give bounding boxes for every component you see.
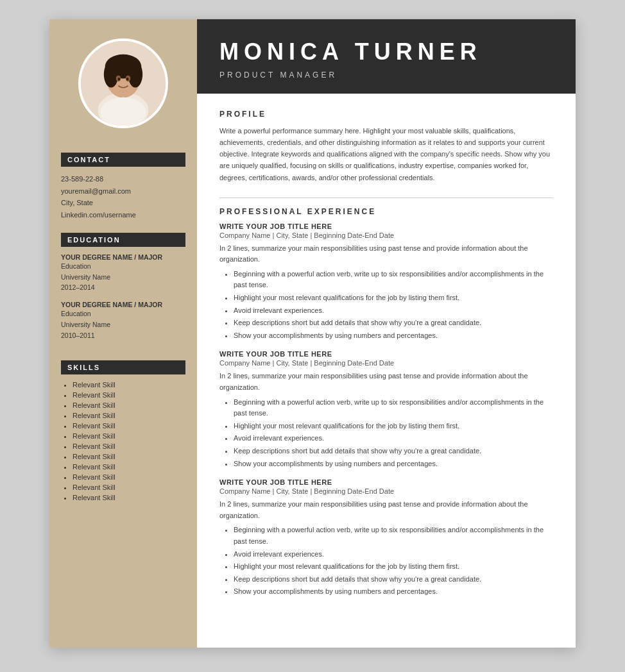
edu-entry-2: YOUR DEGREE NAME / MAJOR Education Unive… bbox=[61, 301, 185, 340]
education-heading: EDUCATION bbox=[61, 233, 185, 247]
job-title-1: WRITE YOUR JOB TITLE HERE bbox=[219, 223, 553, 230]
bullet-1-5: Show your accomplishments by using numbe… bbox=[234, 330, 553, 342]
skills-heading: SKILLS bbox=[61, 360, 185, 374]
profile-text: Write a powerful performance summary her… bbox=[219, 125, 553, 183]
bullet-1-2: Highlight your most relevant qualificati… bbox=[234, 292, 553, 304]
contact-section: CONTACT 23-589-22-88 youremail@gmail.com… bbox=[49, 153, 197, 221]
job-company-3: Company Name | City, State | Beginning D… bbox=[219, 487, 553, 495]
contact-email: youremail@gmail.com bbox=[61, 185, 185, 197]
bullet-3-4: Keep descriptions short but add details … bbox=[234, 574, 553, 585]
bullet-1-3: Avoid irrelevant experiences. bbox=[234, 305, 553, 317]
skill-2: Relevant Skill bbox=[73, 391, 185, 399]
contact-heading: CONTACT bbox=[61, 153, 185, 167]
bullet-3-5: Show your accomplishments by using numbe… bbox=[234, 586, 553, 598]
edu-university-2: University Name bbox=[61, 319, 185, 330]
job-summary-3: In 2 lines, summarize your main responsi… bbox=[219, 499, 553, 521]
edu-years-2: 2010–2011 bbox=[61, 330, 185, 341]
bullet-1-4: Keep descriptions short but add details … bbox=[234, 317, 553, 329]
job-company-2: Company Name | City, State | Beginning D… bbox=[219, 359, 553, 367]
edu-degree-2: YOUR DEGREE NAME / MAJOR bbox=[61, 301, 185, 308]
skill-7: Relevant Skill bbox=[73, 442, 185, 450]
edu-degree-1: YOUR DEGREE NAME / MAJOR bbox=[61, 253, 185, 261]
job-entry-1: WRITE YOUR JOB TITLE HERE Company Name |… bbox=[219, 223, 553, 342]
main-content: MONICA TURNER PRODUCT MANAGER PROFILE Wr… bbox=[197, 19, 576, 648]
contact-location: City, State bbox=[61, 197, 185, 209]
svg-point-5 bbox=[128, 61, 143, 87]
bullet-2-5: Show your accomplishments by using numbe… bbox=[234, 458, 553, 470]
job-bullets-2: Beginning with a powerful action verb, w… bbox=[219, 397, 553, 470]
contact-linkedin: Linkedin.com/username bbox=[61, 209, 185, 221]
job-entry-3: WRITE YOUR JOB TITLE HERE Company Name |… bbox=[219, 478, 553, 598]
bullet-3-2: Avoid irrelevant experiences. bbox=[234, 549, 553, 560]
svg-point-9 bbox=[118, 78, 121, 81]
edu-type-1: Education bbox=[61, 261, 185, 272]
sidebar: CONTACT 23-589-22-88 youremail@gmail.com… bbox=[49, 19, 197, 648]
job-summary-1: In 2 lines, summarize your main responsi… bbox=[219, 243, 553, 265]
skill-12: Relevant Skill bbox=[73, 494, 185, 501]
skill-4: Relevant Skill bbox=[73, 412, 185, 419]
avatar bbox=[78, 38, 168, 128]
bullet-2-4: Keep descriptions short but add details … bbox=[234, 446, 553, 457]
bullet-1-1: Beginning with a powerful action verb, w… bbox=[234, 269, 553, 291]
bullet-2-3: Avoid irrelevant experiences. bbox=[234, 433, 553, 444]
job-company-1: Company Name | City, State | Beginning D… bbox=[219, 231, 553, 239]
job-summary-2: In 2 lines, summarize your main responsi… bbox=[219, 371, 553, 393]
job-entry-2: WRITE YOUR JOB TITLE HERE Company Name |… bbox=[219, 350, 553, 469]
job-bullets-1: Beginning with a powerful action verb, w… bbox=[219, 269, 553, 342]
job-bullets-3: Beginning with a powerful action verb, w… bbox=[219, 525, 553, 598]
section-divider bbox=[219, 197, 553, 198]
bullet-2-2: Highlight your most relevant qualificati… bbox=[234, 421, 553, 432]
resume-document: CONTACT 23-589-22-88 youremail@gmail.com… bbox=[49, 19, 576, 648]
skill-9: Relevant Skill bbox=[73, 463, 185, 471]
skill-3: Relevant Skill bbox=[73, 401, 185, 409]
edu-entry-1: YOUR DEGREE NAME / MAJOR Education Unive… bbox=[61, 253, 185, 293]
skill-5: Relevant Skill bbox=[73, 422, 185, 430]
profile-heading: PROFILE bbox=[219, 110, 553, 119]
edu-type-2: Education bbox=[61, 308, 185, 319]
bullet-2-1: Beginning with a powerful action verb, w… bbox=[234, 397, 553, 419]
contact-info: 23-589-22-88 youremail@gmail.com City, S… bbox=[61, 173, 185, 221]
skill-6: Relevant Skill bbox=[73, 432, 185, 440]
education-section: EDUCATION YOUR DEGREE NAME / MAJOR Educa… bbox=[49, 233, 197, 349]
bullet-3-3: Highlight your most relevant qualificati… bbox=[234, 561, 553, 573]
svg-point-4 bbox=[104, 61, 119, 87]
candidate-title: PRODUCT MANAGER bbox=[219, 71, 553, 80]
edu-university-1: University Name bbox=[61, 272, 185, 283]
bullet-3-1: Beginning with a powerful action verb, w… bbox=[234, 525, 553, 547]
edu-years-1: 2012–2014 bbox=[61, 282, 185, 293]
svg-point-10 bbox=[126, 78, 129, 81]
experience-heading: PROFESSIONAL EXPERIENCE bbox=[219, 207, 553, 216]
skill-1: Relevant Skill bbox=[73, 381, 185, 389]
header-band: MONICA TURNER PRODUCT MANAGER bbox=[197, 19, 576, 94]
skills-section: SKILLS Relevant Skill Relevant Skill Rel… bbox=[49, 360, 197, 504]
skill-11: Relevant Skill bbox=[73, 483, 185, 491]
candidate-name: MONICA TURNER bbox=[219, 38, 553, 65]
job-title-3: WRITE YOUR JOB TITLE HERE bbox=[219, 478, 553, 486]
contact-phone: 23-589-22-88 bbox=[61, 173, 185, 185]
avatar-area bbox=[49, 19, 197, 141]
skill-8: Relevant Skill bbox=[73, 453, 185, 460]
job-title-2: WRITE YOUR JOB TITLE HERE bbox=[219, 350, 553, 358]
main-body: PROFILE Write a powerful performance sum… bbox=[197, 94, 576, 648]
skills-list: Relevant Skill Relevant Skill Relevant S… bbox=[61, 381, 185, 501]
skill-10: Relevant Skill bbox=[73, 473, 185, 481]
